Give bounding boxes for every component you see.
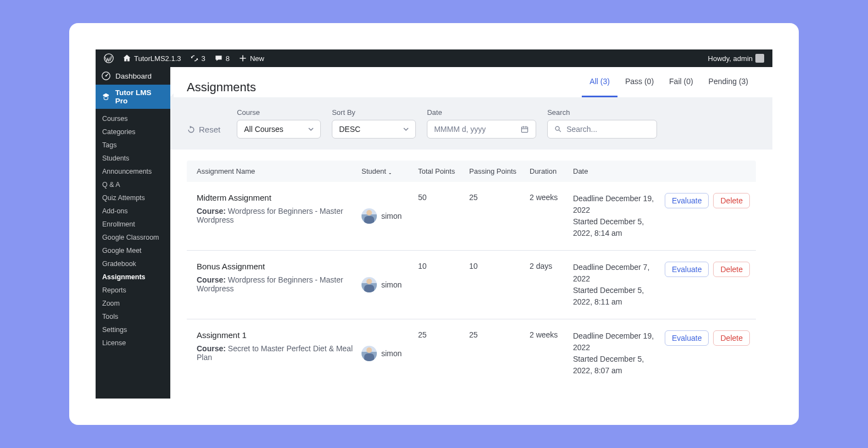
- tab-pass[interactable]: Pass (0): [617, 77, 661, 97]
- updates-link[interactable]: 3: [187, 54, 208, 63]
- sidebar-active-label: Tutor LMS Pro: [115, 89, 165, 105]
- tab-fail[interactable]: Fail (0): [661, 77, 701, 97]
- date-picker[interactable]: MMMM d, yyyy: [427, 120, 536, 139]
- site-name: TutorLMS2.1.3: [134, 54, 181, 63]
- sidebar-submenu: CoursesCategoriesTagsStudentsAnnouncemen…: [96, 109, 170, 353]
- delete-button[interactable]: Delete: [713, 193, 749, 208]
- student-name: simon: [381, 280, 402, 289]
- table-row: Assignment 1 Course: Secret to Master Pe…: [187, 319, 756, 388]
- evaluate-button[interactable]: Evaluate: [665, 193, 709, 208]
- status-tabs: All (3)Pass (0)Fail (0)Pending (3): [582, 77, 756, 97]
- svg-rect-3: [522, 127, 528, 132]
- student-name: simon: [381, 349, 402, 358]
- passing-points: 25: [469, 330, 530, 377]
- sidebar-sub-q-a[interactable]: Q & A: [96, 178, 170, 191]
- assignment-title: Midterm Assignment: [197, 193, 361, 202]
- course-line: Course: Wordpress for Beginners - Master…: [197, 275, 361, 293]
- evaluate-button[interactable]: Evaluate: [665, 330, 709, 346]
- sidebar-sub-categories[interactable]: Categories: [96, 125, 170, 139]
- sidebar-sub-gradebook[interactable]: Gradebook: [96, 257, 170, 270]
- sidebar-sub-reports[interactable]: Reports: [96, 284, 170, 297]
- svg-point-2: [105, 75, 107, 77]
- wordpress-logo-icon[interactable]: [101, 53, 116, 63]
- chevron-down-icon: [308, 126, 314, 132]
- tab-pending[interactable]: Pending (3): [701, 77, 756, 97]
- search-box[interactable]: [547, 120, 657, 139]
- assignment-title: Bonus Assignment: [197, 262, 361, 271]
- sidebar-sub-google-classroom[interactable]: Google Classroom: [96, 231, 170, 244]
- page-title: Assignments: [187, 80, 256, 95]
- updates-count: 3: [202, 54, 205, 63]
- search-input[interactable]: [566, 125, 650, 134]
- header-total: Total Points: [418, 167, 469, 175]
- delete-button[interactable]: Delete: [713, 330, 749, 346]
- sidebar-dashboard-label: Dashboard: [115, 72, 152, 80]
- student-avatar: [361, 208, 377, 224]
- duration: 2 weeks: [530, 193, 573, 239]
- total-points: 50: [418, 193, 469, 239]
- avatar-icon: [755, 54, 764, 63]
- dates: Deadline December 7, 2022Started Decembe…: [573, 262, 665, 308]
- sort-icon: [388, 168, 394, 175]
- filter-sort-label: Sort By: [332, 108, 416, 117]
- sort-dropdown[interactable]: DESC: [332, 120, 416, 139]
- table-row: Midterm Assignment Course: Wordpress for…: [187, 182, 756, 251]
- sidebar-sub-zoom[interactable]: Zoom: [96, 297, 170, 310]
- sidebar-sub-tags[interactable]: Tags: [96, 139, 170, 152]
- admin-bar: TutorLMS2.1.3 3 8 New Howdy, admin: [96, 49, 772, 67]
- new-label: New: [250, 54, 264, 63]
- search-icon: [554, 125, 562, 134]
- filter-course-label: Course: [237, 108, 321, 117]
- sidebar-sub-google-meet[interactable]: Google Meet: [96, 244, 170, 257]
- sidebar-sub-tools[interactable]: Tools: [96, 310, 170, 323]
- student-name: simon: [381, 212, 402, 220]
- course-dropdown[interactable]: All Courses: [237, 120, 321, 139]
- new-link[interactable]: New: [236, 54, 267, 63]
- sidebar-item-tutor-lms[interactable]: Tutor LMS Pro: [96, 85, 170, 109]
- dates: Deadline December 19, 2022Started Decemb…: [573, 330, 665, 377]
- table-header: Assignment Name Student Total Points Pas…: [187, 161, 756, 182]
- student-avatar: [361, 346, 377, 361]
- passing-points: 10: [469, 262, 530, 308]
- sidebar-item-dashboard[interactable]: Dashboard: [96, 67, 170, 85]
- sidebar-sub-settings[interactable]: Settings: [96, 323, 170, 336]
- delete-button[interactable]: Delete: [713, 262, 749, 277]
- sort-value: DESC: [339, 125, 360, 134]
- filters-bar: Reset Course All Courses Sort By DESC: [170, 97, 772, 150]
- duration: 2 weeks: [530, 330, 573, 377]
- evaluate-button[interactable]: Evaluate: [665, 262, 709, 277]
- sidebar-sub-announcements[interactable]: Announcements: [96, 165, 170, 178]
- greeting: Howdy, admin: [708, 54, 753, 63]
- header-date: Date: [573, 167, 665, 175]
- tab-all[interactable]: All (3): [582, 77, 617, 97]
- calendar-icon: [520, 125, 529, 134]
- sidebar-sub-assignments[interactable]: Assignments: [96, 270, 170, 284]
- assignment-title: Assignment 1: [197, 330, 361, 340]
- passing-points: 25: [469, 193, 530, 239]
- sidebar-sub-students[interactable]: Students: [96, 152, 170, 165]
- filter-date-label: Date: [427, 108, 536, 117]
- dates: Deadline December 19, 2022Started Decemb…: [573, 193, 665, 239]
- comments-link[interactable]: 8: [212, 54, 232, 63]
- sidebar-sub-courses[interactable]: Courses: [96, 112, 170, 125]
- reset-button[interactable]: Reset: [187, 125, 220, 134]
- course-value: All Courses: [244, 125, 283, 134]
- sidebar-sub-enrollment[interactable]: Enrollment: [96, 218, 170, 231]
- table-row: Bonus Assignment Course: Wordpress for B…: [187, 251, 756, 319]
- svg-point-4: [555, 126, 559, 130]
- header-student[interactable]: Student: [361, 167, 418, 175]
- comments-count: 8: [226, 54, 230, 63]
- content-area: Assignments All (3)Pass (0)Fail (0)Pendi…: [170, 67, 772, 399]
- chevron-down-icon: [403, 126, 409, 132]
- course-line: Course: Wordpress for Beginners - Master…: [197, 207, 361, 224]
- account-link[interactable]: Howdy, admin: [705, 54, 767, 63]
- header-assignment-name: Assignment Name: [197, 167, 361, 175]
- sidebar-sub-license[interactable]: License: [96, 336, 170, 350]
- sidebar-sub-add-ons[interactable]: Add-ons: [96, 204, 170, 218]
- site-link[interactable]: TutorLMS2.1.3: [120, 54, 184, 63]
- course-line: Course: Secret to Master Perfect Diet & …: [197, 344, 361, 362]
- sidebar-sub-quiz-attempts[interactable]: Quiz Attempts: [96, 191, 170, 204]
- reset-label: Reset: [199, 125, 220, 134]
- header-duration: Duration: [530, 167, 573, 175]
- filter-search-label: Search: [547, 108, 657, 117]
